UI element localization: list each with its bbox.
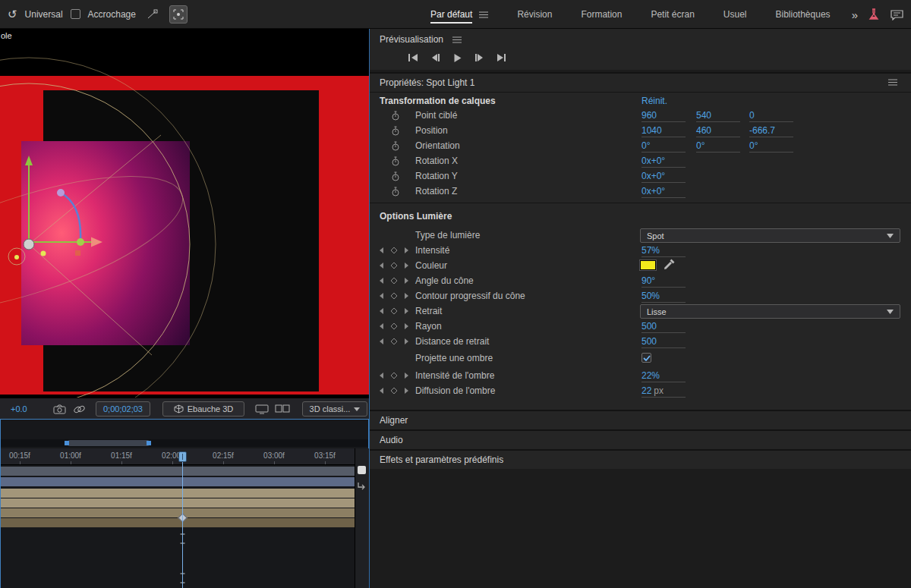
layer-bar-selected[interactable]	[1, 477, 355, 486]
snapping-checkbox[interactable]	[71, 9, 80, 19]
panel-menu-icon[interactable]	[452, 36, 462, 43]
home-history-icon[interactable]: ↺	[8, 8, 17, 21]
value-z[interactable]: 0°	[749, 140, 793, 153]
timecode-field[interactable]: 0;00;02;03	[96, 401, 150, 417]
falloff-dropdown[interactable]: Lisse	[640, 304, 900, 319]
property-label[interactable]: Contour progressif du cône	[415, 291, 525, 301]
property-label[interactable]: Retrait	[415, 306, 442, 316]
tab-formation[interactable]: Formation	[566, 0, 636, 29]
feedback-chat-icon[interactable]	[891, 9, 903, 20]
exposure-value[interactable]: +0.0	[11, 401, 27, 417]
property-label[interactable]: Orientation	[415, 140, 460, 151]
tab-bibliotheques[interactable]: Bibliothèques	[761, 0, 845, 29]
layer-bar[interactable]	[1, 508, 355, 517]
first-frame-button[interactable]	[406, 52, 420, 64]
value[interactable]: 500	[641, 321, 686, 333]
light-type-dropdown[interactable]: Spot	[640, 228, 900, 243]
eyedropper-icon[interactable]	[664, 259, 675, 270]
layer-bar[interactable]	[1, 489, 355, 498]
stopwatch-icon[interactable]	[391, 126, 400, 136]
view-layout-icon[interactable]	[255, 401, 269, 417]
value-x[interactable]: 0°	[641, 140, 686, 153]
property-label[interactable]: Projette une ombre	[415, 353, 493, 363]
beta-flask-icon[interactable]	[868, 8, 879, 20]
value[interactable]: 90°	[641, 275, 686, 288]
property-label[interactable]: Intensité	[415, 245, 449, 256]
stopwatch-icon[interactable]	[391, 171, 400, 181]
composition-canvas[interactable]	[0, 29, 369, 398]
value[interactable]: 500	[641, 336, 686, 348]
timeline-tracks[interactable]	[1, 465, 355, 588]
stopwatch-icon[interactable]	[391, 187, 400, 197]
navigator-start-marker[interactable]	[65, 441, 69, 445]
tab-petit-ecran[interactable]: Petit écran	[636, 0, 708, 29]
keyframe-nav-icons[interactable]	[379, 277, 409, 285]
panel-tab-aligner[interactable]: Aligner	[370, 410, 911, 429]
workspace-menu-icon[interactable]	[479, 11, 488, 18]
property-label[interactable]: Couleur	[415, 260, 447, 271]
pen-tool-icon[interactable]	[143, 5, 162, 24]
keyframe-nav-icons[interactable]	[379, 387, 409, 395]
composition-viewer[interactable]: ole	[0, 29, 369, 398]
timeline-navigator[interactable]	[1, 439, 368, 447]
value[interactable]: 0x+0°	[641, 156, 686, 168]
current-time-indicator[interactable]	[178, 451, 187, 462]
keyframe-nav-icons[interactable]	[379, 262, 409, 269]
previous-frame-button[interactable]	[428, 52, 442, 64]
preview-panel-title[interactable]: Prévisualisation	[380, 34, 443, 45]
value-y[interactable]: 0°	[696, 140, 740, 153]
marker-icon[interactable]	[358, 466, 366, 474]
value[interactable]: 0x+0°	[641, 186, 686, 198]
value-y[interactable]: 540	[696, 110, 740, 122]
snapshot-camera-icon[interactable]	[53, 401, 66, 417]
collapse-arrow-icon[interactable]	[357, 482, 367, 491]
property-label[interactable]: Rayon	[415, 321, 442, 332]
stopwatch-icon[interactable]	[391, 156, 400, 166]
keyframe-nav-icons[interactable]	[379, 322, 409, 330]
view-layout-2-icon[interactable]	[275, 401, 290, 417]
property-label[interactable]: Position	[415, 125, 448, 136]
timeline-panel[interactable]: 00:15f 01:00f 01:15f 02:00f 02:15f 03:00…	[0, 419, 369, 588]
keyframe-nav-icons[interactable]	[379, 338, 409, 345]
next-frame-button[interactable]	[472, 52, 486, 64]
play-button[interactable]	[450, 52, 464, 64]
value[interactable]: 57%	[641, 245, 686, 257]
renderer-dropdown[interactable]: 3D classi...	[302, 401, 367, 417]
last-frame-button[interactable]	[494, 52, 508, 64]
navigator-handle[interactable]	[68, 440, 150, 446]
keyframe-nav-icons[interactable]	[379, 247, 409, 254]
tab-par-defaut[interactable]: Par défaut	[416, 0, 503, 29]
snap-options-button[interactable]	[169, 5, 188, 24]
property-label[interactable]: Rotation Y	[415, 171, 458, 181]
value[interactable]: 0x+0°	[641, 171, 686, 183]
panel-menu-icon[interactable]	[888, 79, 897, 86]
time-ruler[interactable]: 00:15f 01:00f 01:15f 02:00f 02:15f 03:00…	[1, 448, 355, 465]
clipped-panel-tab-label[interactable]: ole	[1, 31, 12, 40]
layer-bar[interactable]	[1, 467, 355, 476]
property-label[interactable]: Distance de retrait	[415, 336, 489, 347]
value-z[interactable]: 0	[749, 110, 793, 122]
layer-bar[interactable]	[1, 518, 355, 527]
keyframe-nav-icons[interactable]	[379, 372, 409, 379]
property-label[interactable]: Type de lumière	[415, 230, 480, 241]
universal-label[interactable]: Universal	[25, 9, 63, 20]
value[interactable]: 22%	[641, 370, 686, 382]
properties-panel-title[interactable]: Propriétés: Spot Light 1	[380, 77, 474, 88]
property-label[interactable]: Angle du cône	[415, 275, 474, 286]
value-z[interactable]: -666.7	[749, 125, 793, 137]
stopwatch-icon[interactable]	[391, 141, 400, 151]
property-label[interactable]: Rotation Z	[415, 186, 457, 197]
keyframe-nav-icons[interactable]	[379, 292, 409, 300]
panel-tab-audio[interactable]: Audio	[370, 429, 911, 449]
navigator-end-marker[interactable]	[147, 441, 151, 445]
property-label[interactable]: Point ciblé	[415, 110, 457, 121]
panel-tab-effets[interactable]: Effets et paramètres prédéfinis	[370, 449, 911, 469]
tab-usuel[interactable]: Usuel	[709, 0, 761, 29]
property-label[interactable]: Diffusion de l'ombre	[415, 385, 495, 396]
property-label[interactable]: Intensité de l'ombre	[415, 370, 494, 381]
property-label[interactable]: Rotation X	[415, 156, 458, 166]
value-x[interactable]: 1040	[641, 125, 686, 137]
casts-shadows-checkbox[interactable]	[641, 353, 651, 363]
value[interactable]: 22px	[641, 385, 686, 398]
draft-3d-button[interactable]: Ebauche 3D	[162, 401, 244, 417]
